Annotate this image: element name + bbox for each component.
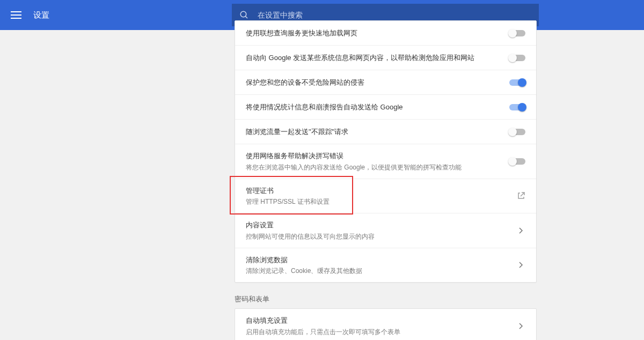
settings-row-2[interactable]: 保护您和您的设备不受危险网站的侵害: [235, 70, 536, 95]
toggle-switch[interactable]: [509, 158, 525, 165]
settings-row-3[interactable]: 将使用情况统计信息和崩溃报告自动发送给 Google: [235, 95, 536, 120]
search-input[interactable]: [258, 11, 531, 19]
settings-row-8-title: 清除浏览数据: [246, 255, 510, 265]
settings-row-5[interactable]: 使用网络服务帮助解决拼写错误将您在浏览器中输入的内容发送给 Google，以便提…: [235, 144, 536, 179]
section-label-passwords: 密码和表单: [235, 294, 269, 304]
passwords-row-0-subtitle: 启用自动填充功能后，只需点击一次即可填写多个表单: [246, 327, 510, 337]
toggle-switch[interactable]: [509, 30, 525, 36]
settings-row-6[interactable]: 管理证书管理 HTTPS/SSL 证书和设置: [235, 179, 536, 214]
settings-row-0-title: 使用联想查询服务更快速地加载网页: [246, 28, 503, 39]
chevron-right-icon: [517, 322, 525, 330]
settings-row-7[interactable]: 内容设置控制网站可使用的信息以及可向您显示的内容: [235, 213, 536, 248]
passwords-row-0[interactable]: 自动填充设置启用自动填充功能后，只需点击一次即可填写多个表单: [235, 309, 536, 340]
settings-row-1[interactable]: 自动向 Google 发送某些系统信息和网页内容，以帮助检测危险应用和网站: [235, 46, 536, 70]
settings-row-8-subtitle: 清除浏览记录、Cookie、缓存及其他数据: [246, 266, 510, 276]
external-link-icon: [517, 191, 525, 200]
toggle-switch[interactable]: [509, 104, 525, 110]
settings-row-1-title: 自动向 Google 发送某些系统信息和网页内容，以帮助检测危险应用和网站: [246, 53, 503, 63]
settings-row-4-title: 随浏览流量一起发送"不跟踪"请求: [246, 127, 503, 137]
toggle-switch[interactable]: [509, 55, 525, 61]
settings-row-2-title: 保护您和您的设备不受危险网站的侵害: [246, 77, 503, 88]
settings-row-7-subtitle: 控制网站可使用的信息以及可向您显示的内容: [246, 232, 510, 241]
svg-point-0: [240, 11, 246, 17]
settings-row-6-subtitle: 管理 HTTPS/SSL 证书和设置: [246, 197, 510, 206]
settings-row-5-title: 使用网络服务帮助解决拼写错误: [246, 151, 503, 161]
toggle-switch[interactable]: [509, 129, 525, 135]
chevron-right-icon: [517, 261, 525, 269]
chevron-right-icon: [517, 226, 525, 235]
settings-row-0[interactable]: 使用联想查询服务更快速地加载网页: [235, 21, 536, 46]
settings-panel: 使用联想查询服务更快速地加载网页自动向 Google 发送某些系统信息和网页内容…: [235, 20, 537, 283]
menu-icon[interactable]: [11, 11, 21, 19]
svg-line-1: [245, 16, 247, 18]
settings-row-3-title: 将使用情况统计信息和崩溃报告自动发送给 Google: [246, 102, 503, 113]
settings-row-4[interactable]: 随浏览流量一起发送"不跟踪"请求: [235, 120, 536, 144]
settings-row-6-title: 管理证书: [246, 186, 510, 196]
settings-row-8[interactable]: 清除浏览数据清除浏览记录、Cookie、缓存及其他数据: [235, 248, 536, 283]
settings-row-5-subtitle: 将您在浏览器中输入的内容发送给 Google，以便提供更智能的拼写检查功能: [246, 162, 503, 172]
passwords-panel: 自动填充设置启用自动填充功能后，只需点击一次即可填写多个表单管理密码询问是否保存…: [235, 308, 537, 340]
settings-row-7-title: 内容设置: [246, 220, 510, 231]
search-icon: [239, 10, 249, 20]
page-title: 设置: [33, 10, 49, 20]
toggle-switch[interactable]: [509, 79, 525, 86]
passwords-row-0-title: 自动填充设置: [246, 315, 510, 326]
